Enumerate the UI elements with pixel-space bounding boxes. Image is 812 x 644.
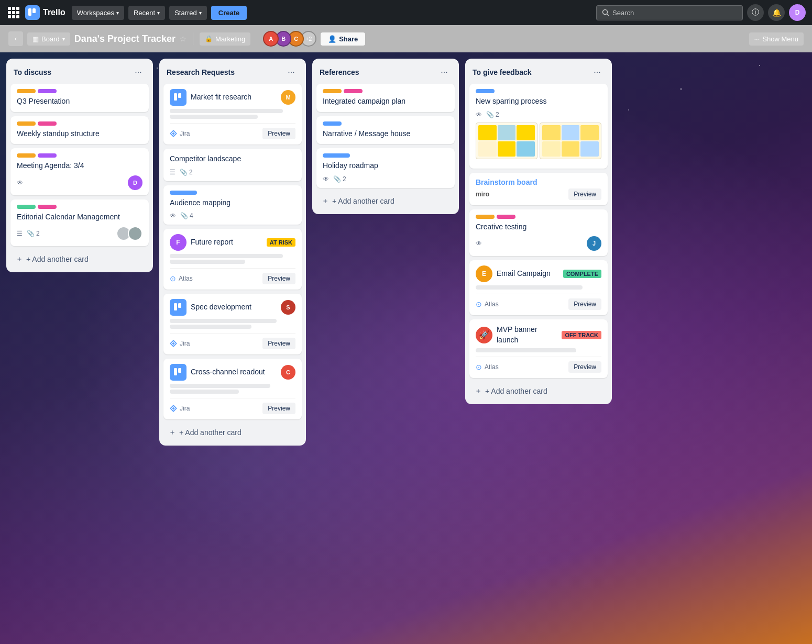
trello-icon [170,299,186,316]
list-header-to-discuss: To discuss ··· [6,59,153,84]
create-button[interactable]: Create [211,6,247,20]
info-icon: ⓘ [752,8,759,17]
header-divider [193,32,193,45]
info-button[interactable]: ⓘ [747,4,764,21]
dots-icon: ··· [754,35,760,43]
card-title: Meeting Agenda: 3/4 [17,161,142,171]
add-card-button-to-discuss[interactable]: ＋ + Add another card [10,250,149,268]
card-creative-testing[interactable]: Creative testing 👁 J [469,209,608,257]
card-brainstorm-board[interactable]: Brainstorm board miro Preview [469,173,608,205]
card-meta: ☰ 📎2 [17,226,142,241]
card-labels [17,89,142,93]
add-card-button-references[interactable]: ＋ + Add another card [316,192,455,210]
member-avatars: A B C +2 [263,31,316,47]
card-title: MVP banner launch [497,325,557,345]
recent-button[interactable]: Recent ▾ [128,6,165,20]
label-pink [38,205,57,209]
member-avatar-1[interactable]: A [263,31,279,47]
add-card-button-research[interactable]: ＋ + Add another card [163,424,302,441]
card-title: Editorial Calendar Management [17,212,142,223]
card-competitor-landscape[interactable]: Competitor landscape ☰ 📎2 [163,149,302,181]
card-meta: 👁 📎2 [476,111,601,118]
plus-icon: ＋ [322,196,329,206]
card-narrative-message-house[interactable]: Narrative / Message house [316,116,455,145]
card-labels [17,121,142,126]
atlas-icon: ⊙ [476,363,482,371]
card-integrated-campaign[interactable]: Integrated campaign plan [316,84,455,112]
card-labels [476,89,601,93]
card-labels [476,215,601,219]
workspace-button[interactable]: 🔒 Marketing [200,32,250,46]
card-meta: 👁 📎4 [170,212,295,219]
show-menu-button[interactable]: ··· Show Menu [749,32,804,46]
list-menu-button-references[interactable]: ··· [437,65,452,80]
preview-button[interactable]: Preview [568,298,601,310]
label-green [17,205,36,209]
card-title: Audience mapping [170,198,295,208]
card-meta: 👁 J [476,236,601,251]
card-mvp-banner-launch[interactable]: 🚀 MVP banner launch OFF TRACK ⊙ Atlas Pr… [469,319,608,378]
add-card-button-feedback[interactable]: ＋ + Add another card [469,382,608,400]
trello-logo[interactable]: Trello [25,5,65,20]
label-pink [38,121,57,126]
chevron-down-icon: ▾ [116,10,119,16]
board-view-button[interactable]: ▦ Board ▾ [27,32,70,46]
card-header-row: Cross-channel readout C [170,364,295,381]
preview-button-miro[interactable]: Preview [568,188,601,200]
checklist-icon: ☰ [17,230,23,237]
svg-rect-30 [178,303,181,308]
preview-button[interactable]: Preview [262,128,295,139]
label-blue [323,153,350,158]
search-bar[interactable]: Search [596,5,743,20]
list-menu-button-to-discuss[interactable]: ··· [131,65,146,80]
integration-row-jira: Jira Preview [170,398,295,414]
label-blue [170,191,197,195]
jira-icon [170,405,177,412]
card-new-sparring-process[interactable]: New sparring process 👁 📎2 [469,84,608,169]
card-email-campaign[interactable]: E Email Campaign COMPLETE ⊙ Atlas Previe… [469,260,608,315]
avatar-icon: F [170,234,186,251]
list-to-discuss: To discuss ··· Q3 Presentation [6,59,153,272]
loading-line [476,285,583,290]
card-market-fit-research[interactable]: Market fit research M Jira P [163,84,302,145]
notifications-button[interactable]: 🔔 [768,4,785,21]
loading-line [170,384,270,388]
card-q3-presentation[interactable]: Q3 Presentation [10,84,149,112]
starred-button[interactable]: Starred ▾ [169,6,207,20]
integration-row-jira: Jira Preview [170,123,295,139]
card-title: Market fit research [191,92,277,103]
workspaces-button[interactable]: Workspaces ▾ [72,6,124,20]
star-icon[interactable]: ☆ [180,35,186,43]
collapse-sidebar-button[interactable]: ‹ [8,31,23,46]
list-menu-button-research[interactable]: ··· [284,65,299,80]
share-button[interactable]: 👤 Share [321,32,365,46]
card-weekly-standup[interactable]: Weekly standup structure [10,116,149,145]
card-spec-development[interactable]: Spec development S Jira Prev [163,294,302,354]
card-editorial-calendar[interactable]: Editorial Calendar Management ☰ 📎2 [10,199,149,247]
list-header-research: Research Requests ··· [159,59,306,84]
plus-icon: ＋ [16,254,23,264]
preview-button[interactable]: Preview [262,403,295,414]
preview-button[interactable]: Preview [262,338,295,349]
preview-button[interactable]: Preview [262,273,295,284]
svg-rect-32 [178,368,181,373]
card-labels [323,121,448,126]
preview-button[interactable]: Preview [568,361,601,373]
list-title-research: Research Requests [167,68,235,76]
card-holiday-roadmap[interactable]: Holiday roadmap 👁 📎2 [316,148,455,188]
card-future-report[interactable]: F Future report AT RISK ⊙ Atlas Preview [163,229,302,290]
label-orange [17,153,36,158]
loading-line [476,348,576,352]
card-cross-channel-readout[interactable]: Cross-channel readout C Jira [163,359,302,419]
card-meeting-agenda[interactable]: Meeting Agenda: 3/4 👁 D [10,148,149,195]
apps-menu-button[interactable] [6,5,21,20]
card-title-link: Brainstorm board [476,178,601,186]
card-header-row: Market fit research M [170,89,295,106]
label-orange [323,89,342,93]
svg-rect-28 [178,93,181,98]
user-avatar[interactable]: D [789,4,806,21]
label-purple [38,89,57,93]
loading-line [170,325,251,329]
list-menu-button-feedback[interactable]: ··· [590,65,605,80]
card-audience-mapping[interactable]: Audience mapping 👁 📎4 [163,185,302,225]
